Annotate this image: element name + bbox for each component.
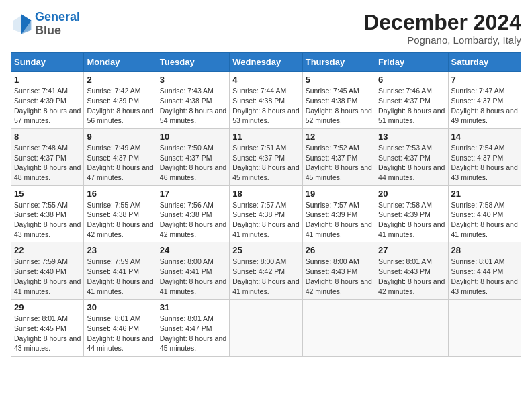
day-number: 22 <box>14 245 81 255</box>
calendar-cell: 9Sunrise: 7:49 AMSunset: 4:37 PMDaylight… <box>84 128 157 185</box>
weekday-header: Wednesday <box>230 53 302 72</box>
weekday-header: Tuesday <box>157 53 229 72</box>
day-number: 6 <box>378 75 445 85</box>
day-info: Sunrise: 7:59 AMSunset: 4:40 PMDaylight:… <box>14 257 81 296</box>
day-number: 14 <box>451 132 518 142</box>
calendar-cell: 17Sunrise: 7:56 AMSunset: 4:38 PMDayligh… <box>157 185 229 242</box>
day-info: Sunrise: 7:46 AMSunset: 4:37 PMDaylight:… <box>378 86 445 126</box>
calendar-cell: 12Sunrise: 7:52 AMSunset: 4:37 PMDayligh… <box>302 128 375 185</box>
day-number: 27 <box>378 245 445 255</box>
calendar-cell: 11Sunrise: 7:51 AMSunset: 4:37 PMDayligh… <box>230 128 302 185</box>
day-number: 1 <box>14 75 81 85</box>
day-info: Sunrise: 7:56 AMSunset: 4:38 PMDaylight:… <box>160 200 226 240</box>
day-number: 31 <box>160 302 226 312</box>
day-info: Sunrise: 8:01 AMSunset: 4:45 PMDaylight:… <box>14 314 81 353</box>
calendar-cell: 18Sunrise: 7:57 AMSunset: 4:38 PMDayligh… <box>230 185 302 242</box>
weekday-header: Thursday <box>302 53 375 72</box>
day-info: Sunrise: 7:52 AMSunset: 4:37 PMDaylight:… <box>306 143 372 183</box>
day-info: Sunrise: 7:55 AMSunset: 4:38 PMDaylight:… <box>87 200 153 240</box>
calendar-cell: 23Sunrise: 7:59 AMSunset: 4:41 PMDayligh… <box>84 242 157 300</box>
day-info: Sunrise: 7:49 AMSunset: 4:37 PMDaylight:… <box>87 143 153 183</box>
calendar-cell: 22Sunrise: 7:59 AMSunset: 4:40 PMDayligh… <box>11 242 84 300</box>
day-info: Sunrise: 7:58 AMSunset: 4:40 PMDaylight:… <box>451 200 518 240</box>
day-number: 9 <box>87 132 153 142</box>
calendar-cell: 3Sunrise: 7:43 AMSunset: 4:38 PMDaylight… <box>157 72 229 129</box>
calendar-cell: 28Sunrise: 8:01 AMSunset: 4:44 PMDayligh… <box>448 242 521 300</box>
day-number: 2 <box>87 75 153 85</box>
day-info: Sunrise: 8:01 AMSunset: 4:44 PMDaylight:… <box>451 257 518 296</box>
calendar-cell: 2Sunrise: 7:42 AMSunset: 4:39 PMDaylight… <box>84 72 157 129</box>
logo-line1: General <box>35 10 80 24</box>
day-number: 24 <box>160 245 226 255</box>
day-number: 12 <box>306 132 372 142</box>
calendar-cell <box>302 300 375 357</box>
day-number: 15 <box>14 189 81 199</box>
day-number: 10 <box>160 132 226 142</box>
day-number: 25 <box>232 245 299 255</box>
calendar-cell: 16Sunrise: 7:55 AMSunset: 4:38 PMDayligh… <box>84 185 157 242</box>
day-number: 30 <box>87 302 153 312</box>
day-number: 19 <box>306 189 372 199</box>
calendar-cell: 21Sunrise: 7:58 AMSunset: 4:40 PMDayligh… <box>448 185 521 242</box>
day-number: 4 <box>232 75 299 85</box>
weekday-header: Friday <box>375 53 448 72</box>
calendar-cell: 14Sunrise: 7:54 AMSunset: 4:37 PMDayligh… <box>448 128 521 185</box>
calendar-cell: 25Sunrise: 8:00 AMSunset: 4:42 PMDayligh… <box>230 242 302 300</box>
weekday-header: Monday <box>84 53 157 72</box>
day-info: Sunrise: 7:57 AMSunset: 4:38 PMDaylight:… <box>232 200 299 240</box>
logo-line2: Blue <box>35 24 61 37</box>
day-info: Sunrise: 7:57 AMSunset: 4:39 PMDaylight:… <box>306 200 372 240</box>
day-number: 21 <box>451 189 518 199</box>
day-info: Sunrise: 7:53 AMSunset: 4:37 PMDaylight:… <box>378 143 445 183</box>
day-number: 13 <box>378 132 445 142</box>
day-info: Sunrise: 8:00 AMSunset: 4:41 PMDaylight:… <box>160 257 226 296</box>
logo: General Blue <box>11 11 80 38</box>
calendar: SundayMondayTuesdayWednesdayThursdayFrid… <box>11 52 521 357</box>
day-info: Sunrise: 7:51 AMSunset: 4:37 PMDaylight:… <box>232 143 299 183</box>
calendar-cell: 4Sunrise: 7:44 AMSunset: 4:38 PMDaylight… <box>230 72 302 129</box>
day-number: 7 <box>451 75 518 85</box>
calendar-cell: 31Sunrise: 8:01 AMSunset: 4:47 PMDayligh… <box>157 300 229 357</box>
day-number: 8 <box>14 132 81 142</box>
day-number: 17 <box>160 189 226 199</box>
day-info: Sunrise: 7:41 AMSunset: 4:39 PMDaylight:… <box>14 86 81 126</box>
calendar-cell: 13Sunrise: 7:53 AMSunset: 4:37 PMDayligh… <box>375 128 448 185</box>
calendar-cell: 7Sunrise: 7:47 AMSunset: 4:37 PMDaylight… <box>448 72 521 129</box>
calendar-cell <box>448 300 521 357</box>
calendar-cell <box>375 300 448 357</box>
month-title: December 2024 <box>363 11 521 34</box>
day-info: Sunrise: 7:48 AMSunset: 4:37 PMDaylight:… <box>14 143 81 183</box>
calendar-cell: 19Sunrise: 7:57 AMSunset: 4:39 PMDayligh… <box>302 185 375 242</box>
day-number: 29 <box>14 302 81 312</box>
day-info: Sunrise: 8:01 AMSunset: 4:46 PMDaylight:… <box>87 314 153 353</box>
day-number: 3 <box>160 75 226 85</box>
day-info: Sunrise: 7:50 AMSunset: 4:37 PMDaylight:… <box>160 143 226 183</box>
day-number: 5 <box>306 75 372 85</box>
day-number: 28 <box>451 245 518 255</box>
day-info: Sunrise: 7:55 AMSunset: 4:38 PMDaylight:… <box>14 200 81 240</box>
day-info: Sunrise: 7:59 AMSunset: 4:41 PMDaylight:… <box>87 257 153 296</box>
day-number: 26 <box>306 245 372 255</box>
calendar-cell: 29Sunrise: 8:01 AMSunset: 4:45 PMDayligh… <box>11 300 84 357</box>
day-info: Sunrise: 7:45 AMSunset: 4:38 PMDaylight:… <box>306 86 372 126</box>
day-info: Sunrise: 8:01 AMSunset: 4:47 PMDaylight:… <box>160 314 226 353</box>
weekday-header: Saturday <box>448 53 521 72</box>
location: Pognano, Lombardy, Italy <box>363 34 521 46</box>
calendar-cell: 30Sunrise: 8:01 AMSunset: 4:46 PMDayligh… <box>84 300 157 357</box>
logo-icon <box>11 13 32 35</box>
day-info: Sunrise: 7:44 AMSunset: 4:38 PMDaylight:… <box>232 86 299 126</box>
day-info: Sunrise: 8:00 AMSunset: 4:42 PMDaylight:… <box>232 257 299 296</box>
day-number: 16 <box>87 189 153 199</box>
day-info: Sunrise: 7:43 AMSunset: 4:38 PMDaylight:… <box>160 86 226 126</box>
calendar-cell: 20Sunrise: 7:58 AMSunset: 4:39 PMDayligh… <box>375 185 448 242</box>
calendar-cell: 6Sunrise: 7:46 AMSunset: 4:37 PMDaylight… <box>375 72 448 129</box>
calendar-cell: 8Sunrise: 7:48 AMSunset: 4:37 PMDaylight… <box>11 128 84 185</box>
calendar-cell: 27Sunrise: 8:01 AMSunset: 4:43 PMDayligh… <box>375 242 448 300</box>
calendar-cell: 1Sunrise: 7:41 AMSunset: 4:39 PMDaylight… <box>11 72 84 129</box>
page-header: General Blue December 2024 Pognano, Lomb… <box>11 11 521 46</box>
day-info: Sunrise: 7:42 AMSunset: 4:39 PMDaylight:… <box>87 86 153 126</box>
calendar-cell <box>230 300 302 357</box>
day-number: 18 <box>232 189 299 199</box>
day-info: Sunrise: 7:54 AMSunset: 4:37 PMDaylight:… <box>451 143 518 183</box>
day-number: 23 <box>87 245 153 255</box>
